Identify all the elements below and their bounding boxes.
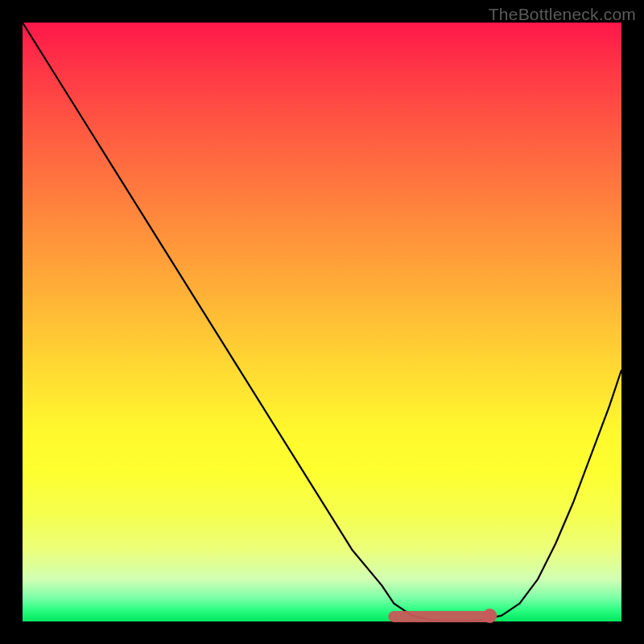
watermark-text: TheBottleneck.com: [489, 5, 636, 24]
bottleneck-curve: [23, 23, 621, 621]
chart-container: TheBottleneck.com: [0, 0, 644, 644]
plot-area: [23, 23, 621, 621]
optimal-point-dot: [482, 609, 497, 623]
chart-svg: [23, 23, 621, 621]
